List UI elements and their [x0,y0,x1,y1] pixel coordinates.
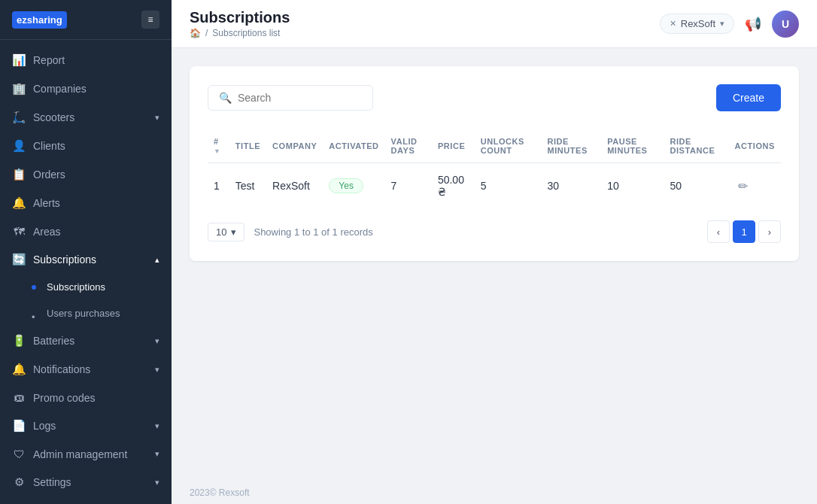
cell-actions: ✏ [729,163,781,209]
table-row: 1 Test RexSoft Yes 7 50.00 ₴ 5 30 10 50 [208,163,781,209]
sidebar-item-orders[interactable]: 📋 Orders [0,160,172,189]
per-page-selector[interactable]: 10 ▾ [208,223,244,241]
sidebar-item-label: Subscriptions [33,254,96,266]
clients-icon: 👤 [12,139,26,153]
showing-text: Showing 1 to 1 of 1 records [254,226,372,238]
cell-price: 50.00 ₴ [432,163,475,209]
sidebar-item-label: Report [33,54,65,66]
sidebar-item-subscriptions[interactable]: 🔄 Subscriptions ▴ [0,245,172,274]
avatar-initial: U [782,18,789,30]
sidebar-item-label: Alerts [33,197,60,209]
col-actions: ACTIONS [729,129,781,163]
sidebar-item-label: Logs [33,420,56,432]
breadcrumb-text: Subscriptions list [212,28,280,38]
breadcrumb: 🏠 / Subscriptions list [190,28,651,38]
chevron-down-icon: ▾ [720,19,724,29]
sidebar-item-users-purchases[interactable]: • Users purchases [0,300,172,326]
scooters-icon: 🛴 [12,111,26,124]
notification-icon: 📢 [745,17,761,32]
chevron-down-icon: ▾ [155,113,159,123]
header: Subscriptions 🏠 / Subscriptions list ✕ R… [172,0,817,48]
batteries-icon: 🔋 [12,334,26,348]
col-activated: ACTIVATED [323,129,384,163]
col-ride-minutes: RIDE MINUTES [542,129,602,163]
footer: 2023© Rexsoft [172,481,817,504]
chevron-down-icon: ▾ [155,421,159,431]
logs-icon: 📄 [12,419,26,433]
cell-num: 1 [208,163,229,209]
notification-button[interactable]: 📢 [742,13,764,35]
cell-title: Test [229,163,266,209]
sidebar-item-admin-management[interactable]: 🛡 Admin management ▾ [0,440,172,468]
areas-icon: 🗺 [12,225,26,238]
edit-button[interactable]: ✏ [735,176,751,196]
sidebar-sub-item-label: Users purchases [47,308,120,319]
sidebar-item-report[interactable]: 📊 Report [0,46,172,74]
companies-icon: 🏢 [12,82,26,96]
sidebar-sub-item-label: Subscriptions [47,281,105,293]
page-navigation: ‹ 1 › [707,220,781,243]
company-badge[interactable]: ✕ RexSoft ▾ [660,14,734,34]
chevron-down-icon: ▾ [155,365,159,375]
col-unlocks-count: UNLOCKS COUNT [475,129,542,163]
create-button[interactable]: Create [716,84,781,111]
next-page-button[interactable]: › [758,220,781,243]
chevron-down-icon: ▾ [155,478,159,487]
footer-text: 2023© Rexsoft [190,487,250,498]
table-body: 1 Test RexSoft Yes 7 50.00 ₴ 5 30 10 50 [208,163,781,209]
sidebar-item-promo-codes[interactable]: 🎟 Promo codes [0,384,172,411]
close-icon[interactable]: ✕ [670,19,676,29]
pagination-row: 10 ▾ Showing 1 to 1 of 1 records ‹ 1 › [208,220,781,243]
col-valid-days: VALID DAYS [385,129,432,163]
prev-page-button[interactable]: ‹ [707,220,730,243]
sidebar-item-label: Batteries [33,335,74,347]
sidebar-item-label: Companies [33,83,87,95]
settings-icon: ⚙ [12,475,26,489]
orders-icon: 📋 [12,168,26,181]
sidebar-item-batteries[interactable]: 🔋 Batteries ▾ [0,326,172,355]
sidebar-item-clients[interactable]: 👤 Clients [0,132,172,160]
cell-unlocks-count: 5 [475,163,542,209]
sidebar-item-label: Scooters [33,111,74,123]
col-company: COMPANY [266,129,323,163]
breadcrumb-icon: 🏠 [190,28,201,38]
col-ride-distance: RIDE DISTANCE [664,129,728,163]
sidebar-item-label: Clients [33,140,65,152]
promo-codes-icon: 🎟 [12,391,26,404]
chevron-down-icon: ▾ [155,449,159,459]
sidebar-item-logs[interactable]: 📄 Logs ▾ [0,411,172,440]
main-area: Subscriptions 🏠 / Subscriptions list ✕ R… [172,0,817,504]
col-price: PRICE [432,129,475,163]
sidebar-item-label: Areas [33,226,61,238]
sidebar-item-settings[interactable]: ⚙ Settings ▾ [0,468,172,496]
chevron-down-icon: ▾ [231,226,236,238]
status-badge: Yes [329,178,363,193]
report-icon: 📊 [12,53,26,67]
col-pause-minutes: PAUSE MINUTES [601,129,664,163]
page-1-button[interactable]: 1 [733,220,755,243]
subscriptions-table: # ▼ TITLE COMPANY ACTIVATED VALID DAYS P… [208,129,781,208]
table-header: # ▼ TITLE COMPANY ACTIVATED VALID DAYS P… [208,129,781,163]
sidebar-nav: 📊 Report 🏢 Companies 🛴 Scooters ▾ 👤 Clie… [0,40,172,504]
sidebar-item-subscriptions-list[interactable]: Subscriptions [0,274,172,300]
col-num: # ▼ [208,129,229,163]
sidebar-item-alerts[interactable]: 🔔 Alerts [0,189,172,217]
active-dot [32,285,36,290]
sidebar-item-notifications[interactable]: 🔔 Notifications ▾ [0,355,172,384]
toolbar: 🔍 Create [208,84,781,111]
sidebar-item-areas[interactable]: 🗺 Areas [0,217,172,245]
sidebar-toggle-button[interactable]: ≡ [141,11,159,29]
cell-ride-distance: 50 [664,163,728,209]
page-content: 🔍 Create # ▼ TITLE COMPANY ACTIVATED [172,48,817,481]
search-input[interactable] [238,92,362,104]
alerts-icon: 🔔 [12,196,26,210]
per-page-value: 10 [216,226,226,238]
content-card: 🔍 Create # ▼ TITLE COMPANY ACTIVATED [190,66,799,261]
breadcrumb-separator: / [205,28,208,38]
sidebar-item-scooters[interactable]: 🛴 Scooters ▾ [0,103,172,132]
header-right: ✕ RexSoft ▾ 📢 U [660,11,799,38]
sidebar-item-companies[interactable]: 🏢 Companies [0,74,172,103]
sidebar: ezsharing ≡ 📊 Report 🏢 Companies 🛴 Scoot… [0,0,172,504]
avatar[interactable]: U [772,11,799,38]
search-box[interactable]: 🔍 [208,85,373,111]
